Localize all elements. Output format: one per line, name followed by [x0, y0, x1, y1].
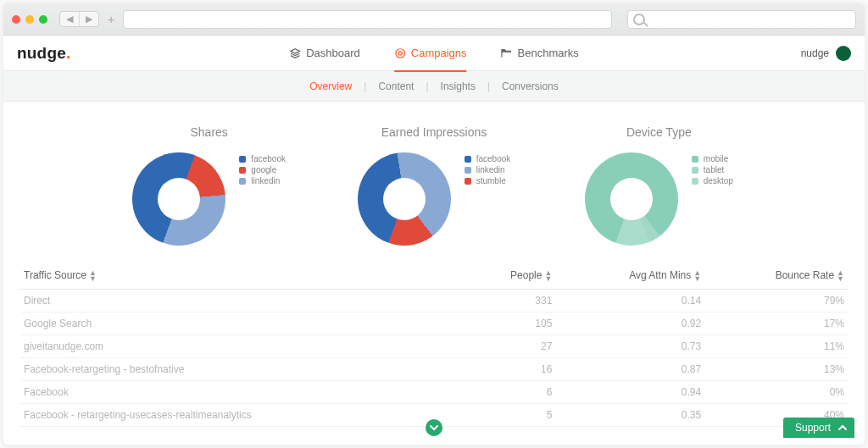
search-icon [633, 14, 645, 25]
col-bounce[interactable]: Bounce Rate▲▼ [704, 263, 848, 289]
browser-chrome: ◀ ▶ + [3, 3, 865, 36]
search-bar[interactable] [627, 10, 856, 29]
table-row[interactable]: Facebook60.940% [20, 380, 848, 403]
chart-earned-impressions: Earned Impressions facebooklinkedinstumb… [324, 119, 544, 246]
donut-chart [585, 152, 678, 246]
back-button[interactable]: ◀ [60, 12, 80, 26]
chart-legend: facebooklinkedinstumble [465, 152, 511, 187]
table-row[interactable]: Direct3310.1479% [20, 289, 848, 312]
subtab-content[interactable]: Content [378, 80, 414, 92]
user-label: nudge [801, 47, 829, 59]
legend-item: tablet [692, 165, 733, 174]
svg-point-1 [398, 51, 402, 54]
legend-swatch [239, 156, 246, 163]
legend-swatch [692, 178, 698, 185]
sort-icon: ▲▼ [89, 270, 97, 282]
tab-benchmarks[interactable]: Benchmarks [501, 36, 579, 71]
donut-chart [358, 152, 451, 246]
minimize-window-icon[interactable] [25, 15, 34, 24]
add-tab-button[interactable]: + [106, 13, 116, 26]
content-area: Shares facebookgooglelinkedin Earned Imp… [3, 102, 865, 427]
donut-chart [132, 152, 225, 246]
chart-row: Shares facebookgooglelinkedin Earned Imp… [97, 119, 771, 246]
avatar [836, 46, 851, 61]
benchmarks-icon [501, 47, 513, 59]
legend-item: linkedin [465, 165, 511, 174]
dashboard-icon [289, 47, 301, 59]
maximize-window-icon[interactable] [39, 15, 47, 24]
legend-swatch [465, 178, 471, 185]
close-window-icon[interactable] [12, 15, 20, 24]
table-row[interactable]: Google Search1050.9217% [20, 312, 848, 335]
subtab-insights[interactable]: Insights [441, 80, 476, 92]
legend-swatch [239, 167, 246, 174]
subtab-overview[interactable]: Overview [309, 80, 352, 92]
svg-point-0 [396, 48, 405, 58]
legend-item: mobile [692, 154, 733, 163]
col-source[interactable]: Traffic Source▲▼ [20, 263, 464, 289]
legend-swatch [465, 167, 471, 174]
legend-swatch [465, 156, 471, 163]
legend-swatch [692, 167, 698, 174]
support-label: Support [795, 422, 831, 434]
legend-item: facebook [239, 154, 286, 163]
tab-dashboard[interactable]: Dashboard [289, 36, 360, 71]
legend-item: desktop [692, 176, 733, 185]
table-row[interactable]: Facebook-retargeting - bestofnative160.8… [20, 357, 848, 380]
app-header: nudge. DashboardCampaignsBenchmarks nudg… [3, 36, 865, 71]
campaigns-icon [394, 47, 406, 59]
chart-shares: Shares facebookgooglelinkedin [99, 119, 320, 246]
chevron-up-icon [837, 423, 848, 433]
nav-buttons: ◀ ▶ [59, 11, 99, 27]
subtab-conversions[interactable]: Conversions [502, 80, 559, 92]
legend-swatch [692, 156, 698, 163]
main-tabs: DashboardCampaignsBenchmarks [289, 36, 579, 71]
legend-item: facebook [465, 154, 511, 163]
chart-legend: facebookgooglelinkedin [239, 152, 286, 187]
chart-title: Earned Impressions [324, 125, 544, 139]
sort-icon: ▲▼ [837, 270, 844, 282]
sub-tabs: Overview|Content|Insights|Conversions [3, 71, 865, 102]
legend-item: linkedin [239, 176, 286, 185]
window-controls [12, 15, 47, 24]
traffic-table: Traffic Source▲▼People▲▼Avg Attn Mins▲▼B… [20, 263, 848, 427]
col-attn[interactable]: Avg Attn Mins▲▼ [555, 263, 704, 289]
support-button[interactable]: Support [783, 418, 854, 438]
legend-item: google [239, 165, 286, 174]
legend-item: stumble [465, 176, 511, 185]
address-bar[interactable] [123, 10, 612, 29]
chart-device-type: Device Type mobiletabletdesktop [548, 119, 769, 246]
user-menu[interactable]: nudge [801, 46, 851, 61]
legend-swatch [239, 178, 246, 185]
chart-title: Shares [99, 125, 320, 139]
logo[interactable]: nudge. [17, 44, 70, 63]
sort-icon: ▲▼ [693, 270, 701, 282]
tab-campaigns[interactable]: Campaigns [394, 36, 467, 71]
expand-table-button[interactable] [426, 419, 442, 436]
col-people[interactable]: People▲▼ [464, 263, 555, 289]
sort-icon: ▲▼ [544, 270, 552, 282]
chart-title: Device Type [548, 125, 769, 139]
table-row[interactable]: giveitanudge.com270.7311% [20, 335, 848, 357]
chart-legend: mobiletabletdesktop [692, 152, 733, 187]
forward-button[interactable]: ▶ [80, 12, 98, 26]
